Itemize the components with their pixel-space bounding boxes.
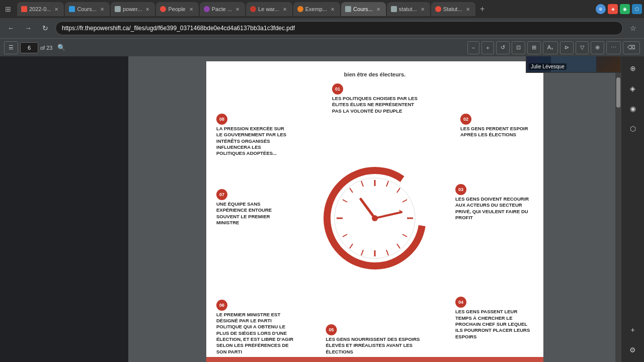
tab-2-favicon [69,6,75,12]
item-06-text: LE PREMIER MINISTRE EST DÉSIGNÉ PAR LE P… [216,312,294,355]
tab-6-label: Le war... [258,6,279,12]
annotation-button[interactable]: ⊳ [560,41,574,54]
new-tab-button[interactable]: + [476,3,489,15]
tab-7-close[interactable]: ✕ [329,6,336,13]
tab-4[interactable]: People ✕ [156,2,198,16]
fit-page-button[interactable]: ⊡ [512,41,525,54]
browser-extensions: ⊕ ◈ ◉ ⬡ [596,4,642,14]
tab-6[interactable]: Le war... ✕ [246,2,292,16]
extension-icon-2[interactable]: ◈ [608,4,618,14]
address-bar-row: ← → ↻ ☆ [0,18,644,38]
fit-width-button[interactable]: ⊞ [527,41,541,54]
tab-10[interactable]: Statut... ✕ [431,2,475,16]
tab-1-close[interactable]: ✕ [53,6,60,13]
browser-chrome: ⊞ 2022-0... ✕ Cours... ✕ power... ✕ Peop… [0,0,644,56]
vertical-scrollbar[interactable] [615,56,621,362]
tab-1[interactable]: 2022-0... ✕ [17,2,64,16]
item-04-text: LES GENS PASSENT LEUR TEMPS À CHERCHER L… [455,309,533,340]
address-input[interactable] [55,21,623,35]
tab-9-favicon [391,6,397,12]
right-panel-btn-3[interactable]: ◉ [625,101,641,117]
tab-5[interactable]: Pacte ... ✕ [200,2,245,16]
scrollbar-thumb[interactable] [616,77,620,108]
item-08: 08 LA PRESSION EXERCÉE SUR LE GOUVERNEME… [216,114,289,157]
tab-bar: ⊞ 2022-0... ✕ Cours... ✕ power... ✕ Peop… [0,0,644,18]
draw-button[interactable]: ▽ [576,41,589,54]
zoom-in-button[interactable]: + [481,41,494,54]
item-03-text: LES GENS DOIVENT RECOURIR AUX ACTEURS DU… [455,196,533,221]
page-number-input[interactable] [20,42,38,53]
presentation-button[interactable]: Aₓ [543,41,558,54]
tab-2-close[interactable]: ✕ [99,6,106,13]
eraser-button[interactable]: ⌫ [623,41,640,54]
extension-icon-4[interactable]: ⬡ [632,4,642,14]
item-08-text: LA PRESSION EXERCÉE SUR LE GOUVERNEMENT … [216,126,289,157]
diagram-container: 01 LES POLITIQUES CHOISIES PAR LES ÉLITE… [216,83,533,355]
extension-icon-1[interactable]: ⊕ [596,4,606,14]
tab-6-favicon [250,6,256,12]
pdf-page: bien être des électeurs. [206,61,543,362]
tab-2[interactable]: Cours... ✕ [65,2,110,16]
item-04: 04 LES GENS PASSENT LEUR TEMPS À CHERCHE… [455,297,533,340]
tab-5-close[interactable]: ✕ [234,6,241,13]
refresh-button[interactable]: ↻ [38,21,52,35]
tab-9-label: statut... [399,6,417,12]
tab-3-close[interactable]: ✕ [144,6,151,13]
tab-3-label: power... [123,6,142,12]
tab-10-close[interactable]: ✕ [464,6,471,13]
right-panel-btn-2[interactable]: ◈ [625,80,641,97]
right-panel: ⊕ ◈ ◉ ⬡ + ⚙ [621,56,644,362]
item-08-number: 08 [216,114,227,125]
item-01: 01 LES POLITIQUES CHOISIES PAR LES ÉLITE… [332,83,418,114]
forward-button[interactable]: → [21,21,35,35]
item-02-number: 02 [460,114,471,125]
tab-9-close[interactable]: ✕ [419,6,426,13]
item-07-text: UNE ÉQUIPE SANS EXPÉRIENCE ENTOURE SOUVE… [216,201,289,226]
tab-7-label: Exemp... [305,6,327,12]
browser-menu-icon[interactable]: ⊞ [2,3,14,15]
bookmark-icon[interactable]: ☆ [626,21,640,35]
item-07-number: 07 [216,189,227,200]
tab-8-close[interactable]: ✕ [375,6,382,13]
tab-8-label: Cours... [353,6,373,12]
tab-9[interactable]: statut... ✕ [387,2,430,16]
tab-10-favicon [435,6,441,12]
item-03: 03 LES GENS DOIVENT RECOURIR AUX ACTEURS… [455,184,533,221]
rotate-button[interactable]: ↺ [496,41,510,54]
right-panel-btn-1[interactable]: ⊕ [625,60,641,76]
tab-10-label: Statut... [443,6,462,12]
item-01-text: LES POLITIQUES CHOISIES PAR LES ÉLITES É… [332,96,418,114]
item-05-number: 05 [326,324,337,335]
sidebar-toggle-button[interactable]: ☰ [4,41,18,54]
tab-3-favicon [115,6,121,12]
zoom-out-button[interactable]: − [467,41,479,54]
clock-graphic [319,163,430,276]
tab-7[interactable]: Exemp... ✕ [293,2,340,16]
tab-7-favicon [297,6,303,12]
back-button[interactable]: ← [4,21,18,35]
tab-8[interactable]: Cours... ✕ [341,2,386,16]
item-01-number: 01 [332,83,343,95]
item-03-number: 03 [455,184,466,195]
tab-1-favicon [21,6,27,12]
tab-5-favicon [204,6,210,12]
tab-2-label: Cours... [77,6,97,12]
right-panel-btn-4[interactable]: ⬡ [625,121,641,137]
tab-6-close[interactable]: ✕ [281,6,288,13]
pdf-area: bien être des électeurs. [128,56,621,362]
tab-5-label: Pacte ... [212,6,232,12]
right-panel-add-btn[interactable]: + [625,322,641,338]
pdf-toolbar: ☰ of 23 🔍 − + ↺ ⊡ ⊞ Aₓ ⊳ ▽ ⊕ ⋯ ⌫ [0,38,644,56]
tab-4-close[interactable]: ✕ [188,6,195,13]
item-02-text: LES GENS PERDENT ESPOIR APRÈS LES ÉLECTI… [460,126,533,138]
more-tools-button[interactable]: ⋯ [606,41,621,54]
tab-1-label: 2022-0... [29,6,51,12]
right-panel-settings-btn[interactable]: ⚙ [625,342,641,358]
content-area: bien être des électeurs. [0,56,644,362]
tab-3[interactable]: power... ✕ [111,2,155,16]
stamp-button[interactable]: ⊕ [591,41,604,54]
search-pdf-button[interactable]: 🔍 [54,41,68,55]
pdf-top-text: bien être des électeurs. [216,71,533,77]
page-count-label: of 23 [40,45,52,51]
extension-icon-3[interactable]: ◉ [620,4,630,14]
